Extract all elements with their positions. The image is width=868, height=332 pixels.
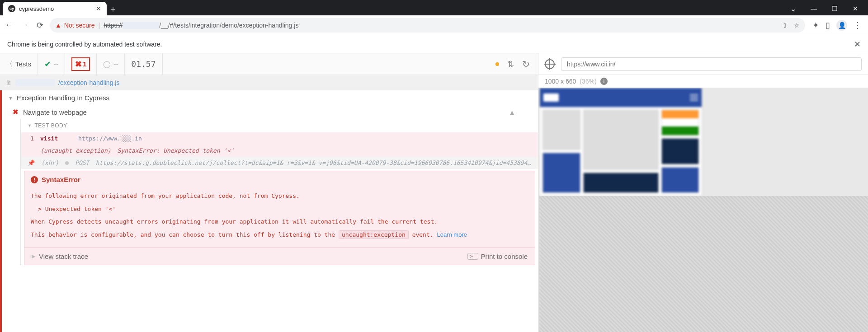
selector-playground-icon[interactable] bbox=[545, 59, 555, 69]
tab-close-icon[interactable]: ✕ bbox=[96, 5, 101, 12]
aut-iframe[interactable] bbox=[539, 88, 702, 196]
print-console-button[interactable]: >_ Print to console bbox=[467, 253, 528, 260]
reporter-panel: 〈 Tests ✔ -- ✖ 1 ◯ -- 01.57 bbox=[0, 53, 538, 332]
error-title-row: ! SyntaxError bbox=[24, 171, 535, 188]
chrome-menu-icon[interactable]: ⋮ bbox=[854, 20, 862, 30]
autoscroll-dot-icon bbox=[495, 62, 499, 66]
error-event-code: uncaught:exception bbox=[339, 230, 409, 239]
spec-filename: /exception-handling.js bbox=[58, 79, 119, 86]
test-body-label-row[interactable]: ▼ TEST BODY bbox=[21, 119, 538, 132]
suite-row[interactable]: ▼ Exception Handling In Cypress bbox=[2, 90, 538, 105]
info-icon[interactable]: i bbox=[600, 78, 608, 85]
browser-tab[interactable]: cy cypressdemo ✕ bbox=[3, 2, 107, 15]
error-learn-more-link[interactable]: Learn more bbox=[437, 231, 467, 238]
extensions-icon[interactable]: ✦ bbox=[812, 20, 819, 30]
caret-right-icon: ▶ bbox=[32, 253, 35, 259]
side-panel-icon[interactable]: ▯ bbox=[826, 20, 830, 30]
error-line-3: When Cypress detects uncaught errors ori… bbox=[31, 215, 528, 229]
command-number: 1 bbox=[28, 135, 34, 142]
infobar-close-icon[interactable]: ✕ bbox=[854, 39, 861, 49]
url-scheme: https:// bbox=[104, 22, 123, 29]
automation-infobar: Chrome is being controlled by automated … bbox=[0, 35, 868, 53]
tab-favicon: cy bbox=[8, 5, 15, 12]
test-row[interactable]: ✖ Navigate to webpage ▲ bbox=[2, 105, 538, 119]
stats-failed: ✖ 1 bbox=[65, 53, 97, 75]
aut-url-input[interactable]: https://www.cii.in/ bbox=[561, 57, 862, 71]
tab-search-icon[interactable]: ⌄ bbox=[783, 2, 803, 15]
spec-path-hidden: x bbox=[15, 79, 55, 86]
xhr-status-dot-icon bbox=[65, 161, 69, 165]
aut-overflow-area bbox=[539, 196, 868, 332]
error-bang-icon: ! bbox=[31, 176, 38, 183]
aut-header: https://www.cii.in/ bbox=[538, 53, 868, 75]
duration-value: 01.57 bbox=[131, 59, 156, 69]
infobar-message: Chrome is being controlled by automated … bbox=[7, 41, 162, 48]
share-icon[interactable]: ⇧ bbox=[782, 22, 788, 29]
security-warning[interactable]: ▲ Not secure bbox=[55, 22, 95, 29]
security-label: Not secure bbox=[64, 22, 95, 29]
error-line-4: This behavior is configurable, and you c… bbox=[31, 229, 528, 242]
x-icon: ✖ bbox=[75, 59, 82, 69]
window-minimize-icon[interactable]: — bbox=[804, 2, 824, 15]
test-body: ▼ TEST BODY 1 visit https://www.░░░.in (… bbox=[20, 119, 538, 265]
nav-reload-icon[interactable]: ⟳ bbox=[34, 20, 45, 31]
uncaught-label: (uncaught exception) bbox=[40, 147, 111, 154]
xhr-label: (xhr) bbox=[41, 159, 59, 166]
error-line-4b: event. bbox=[409, 231, 437, 238]
url-path: /__/#/tests/integration/demo/exception-h… bbox=[159, 22, 298, 29]
warning-triangle-icon: ▲ bbox=[55, 22, 61, 29]
test-warning-icon: ▲ bbox=[509, 108, 527, 116]
pass-count: -- bbox=[54, 60, 58, 68]
hero-image bbox=[583, 110, 659, 170]
window-controls: ⌄ — ❐ ✕ bbox=[783, 2, 868, 15]
tests-back-button[interactable]: 〈 Tests bbox=[0, 53, 38, 75]
chrome-toolbar: ← → ⟳ ▲ Not secure | https://redactedhos… bbox=[0, 15, 868, 35]
new-tab-button[interactable]: ＋ bbox=[107, 3, 119, 15]
nav-back-icon[interactable]: ← bbox=[4, 20, 14, 31]
tests-body: ▼ Exception Handling In Cypress ✖ Naviga… bbox=[0, 90, 538, 332]
error-footer: ▶ View stack trace >_ Print to console bbox=[24, 248, 535, 265]
xhr-message: https://stats.g.doubleclick.net/j/collec… bbox=[95, 159, 532, 166]
error-block: ! SyntaxError The following error origin… bbox=[24, 171, 535, 265]
error-line-1: The following error originated from your… bbox=[31, 190, 528, 203]
reporter-controls: ⇅ ↻ bbox=[487, 59, 538, 70]
aut-dim-value: 1000 x 660 bbox=[545, 78, 576, 85]
view-stack-trace-button[interactable]: View stack trace bbox=[39, 253, 88, 260]
xhr-method: POST bbox=[75, 159, 89, 166]
test-body-label: TEST BODY bbox=[34, 122, 67, 129]
content-box bbox=[661, 138, 699, 164]
aut-scale: (36%) bbox=[580, 78, 596, 85]
test-fail-icon: ✖ bbox=[13, 108, 19, 116]
content-box bbox=[542, 153, 580, 193]
fail-highlight-box: ✖ 1 bbox=[71, 57, 90, 71]
pin-icon[interactable]: 📌 bbox=[28, 159, 35, 166]
test-title: Navigate to webpage bbox=[23, 108, 87, 116]
command-message: https://www.░░░.in bbox=[78, 135, 142, 142]
fail-count: 1 bbox=[83, 60, 86, 68]
stats-duration: 01.57 bbox=[125, 53, 162, 75]
window-close-icon[interactable]: ✕ bbox=[845, 2, 865, 15]
aut-url-value: https://www.cii.in/ bbox=[567, 61, 615, 68]
caret-down-icon: ▼ bbox=[8, 95, 13, 101]
command-xhr[interactable]: 📌 (xhr) POST https://stats.g.doubleclick… bbox=[21, 157, 538, 169]
command-uncaught[interactable]: (uncaught exception) SyntaxError: Unexpe… bbox=[21, 145, 538, 157]
chrome-tools: ✦ ▯ 👤 ⋮ bbox=[810, 20, 864, 31]
address-url: https://redactedhost/__/#/tests/integrat… bbox=[104, 22, 298, 29]
autoscroll-toggle-icon[interactable]: ⇅ bbox=[507, 59, 514, 69]
bookmark-star-icon[interactable]: ☆ bbox=[794, 22, 800, 29]
file-icon: 🗎 bbox=[5, 79, 12, 86]
command-visit[interactable]: 1 visit https://www.░░░.in bbox=[21, 132, 538, 145]
cypress-app: 〈 Tests ✔ -- ✖ 1 ◯ -- 01.57 bbox=[0, 53, 868, 332]
aut-panel: https://www.cii.in/ 1000 x 660 (36%) i bbox=[538, 53, 868, 332]
suite-title: Exception Handling In Cypress bbox=[17, 94, 109, 102]
rerun-icon[interactable]: ↻ bbox=[522, 59, 530, 70]
window-maximize-icon[interactable]: ❐ bbox=[825, 2, 844, 15]
pending-count: -- bbox=[113, 60, 118, 68]
error-body: The following error originated from your… bbox=[24, 188, 535, 248]
address-bar[interactable]: ▲ Not secure | https://redactedhost/__/#… bbox=[50, 18, 805, 33]
profile-avatar-icon[interactable]: 👤 bbox=[836, 20, 847, 31]
terminal-icon: >_ bbox=[467, 253, 478, 260]
content-box bbox=[661, 167, 699, 193]
nav-forward-icon[interactable]: → bbox=[19, 20, 30, 31]
spec-file-bar[interactable]: 🗎 x /exception-handling.js bbox=[0, 75, 538, 90]
